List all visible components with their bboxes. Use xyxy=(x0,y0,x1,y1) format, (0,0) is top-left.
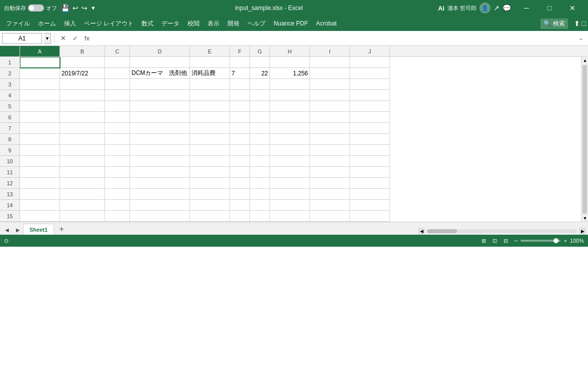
hscroll-right-button[interactable]: ▶ xyxy=(579,228,586,235)
normal-view-button[interactable]: ⊞ xyxy=(479,236,489,245)
cell-e2[interactable]: 消耗品費 xyxy=(190,68,230,79)
col-header-i[interactable]: I xyxy=(310,46,350,56)
sheet-next-button[interactable]: ▶ xyxy=(13,225,23,235)
zoom-plus-button[interactable]: + xyxy=(564,238,566,244)
scroll-up-button[interactable]: ▲ xyxy=(582,57,588,64)
cell-b1[interactable] xyxy=(60,57,105,68)
row-num-10[interactable]: 10 xyxy=(0,156,20,167)
redo-icon[interactable]: ↪ xyxy=(82,4,88,12)
cell-b2[interactable]: 2019/7/22 xyxy=(60,68,105,79)
cell-i3[interactable] xyxy=(310,79,350,90)
col-header-h[interactable]: H xyxy=(270,46,310,56)
cell-d1[interactable] xyxy=(130,57,190,68)
menu-help[interactable]: ヘルプ xyxy=(244,17,270,30)
col-header-d[interactable]: D xyxy=(130,46,190,56)
row-num-11[interactable]: 11 xyxy=(0,167,20,178)
col-header-a[interactable]: A xyxy=(20,46,60,56)
zoom-level[interactable]: 100% xyxy=(570,238,584,244)
avatar-icon[interactable]: 👤 xyxy=(480,2,490,13)
cell-d3[interactable] xyxy=(130,79,190,90)
cell-e3[interactable] xyxy=(190,79,230,90)
hscroll-thumb[interactable] xyxy=(427,229,457,233)
page-break-view-button[interactable]: ⊟ xyxy=(501,236,511,245)
name-box[interactable] xyxy=(2,33,42,44)
zoom-minus-button[interactable]: ─ xyxy=(514,238,518,244)
cell-e1[interactable] xyxy=(190,57,230,68)
row-num-1[interactable]: 1 xyxy=(0,57,20,68)
col-header-g[interactable]: G xyxy=(250,46,270,56)
page-layout-view-button[interactable]: ⊡ xyxy=(490,236,500,245)
menu-insert[interactable]: 挿入 xyxy=(60,17,80,30)
row-num-8[interactable]: 8 xyxy=(0,134,20,145)
row-num-4[interactable]: 4 xyxy=(0,90,20,101)
menu-view[interactable]: 表示 xyxy=(204,17,224,30)
scroll-down-button[interactable]: ▼ xyxy=(582,215,588,222)
col-header-f[interactable]: F xyxy=(230,46,250,56)
col-header-j[interactable]: J xyxy=(350,46,390,56)
comment-btn[interactable]: □ xyxy=(582,19,586,27)
cell-h3[interactable] xyxy=(270,79,310,90)
cell-c1[interactable] xyxy=(105,57,130,68)
cell-b3[interactable] xyxy=(60,79,105,90)
row-num-15[interactable]: 15 xyxy=(0,211,20,222)
add-sheet-button[interactable]: + xyxy=(56,224,67,235)
zoom-slider-thumb[interactable] xyxy=(554,238,558,243)
hscroll-left-button[interactable]: ◀ xyxy=(418,228,425,235)
close-button[interactable]: ✕ xyxy=(561,0,584,16)
vertical-scrollbar[interactable]: ▲ ▼ xyxy=(581,57,588,222)
row-num-7[interactable]: 7 xyxy=(0,123,20,134)
menu-page-layout[interactable]: ページ レイアウト xyxy=(80,17,138,30)
save-icon[interactable]: 💾 xyxy=(61,4,70,12)
comment-icon[interactable]: 💬 xyxy=(502,4,511,12)
sheet-tab-sheet1[interactable]: Sheet1 xyxy=(23,224,54,235)
menu-formula[interactable]: 数式 xyxy=(138,17,158,30)
menu-home[interactable]: ホーム xyxy=(34,17,60,30)
search-box[interactable]: 🔍 検索 xyxy=(540,18,568,29)
scroll-thumb[interactable] xyxy=(582,65,587,214)
cell-j3[interactable] xyxy=(350,79,390,90)
hscroll-track[interactable] xyxy=(427,229,577,233)
col-header-b[interactable]: B xyxy=(60,46,105,56)
zoom-slider[interactable] xyxy=(520,240,560,242)
cell-a3[interactable] xyxy=(20,79,60,90)
row-num-6[interactable]: 6 xyxy=(0,112,20,123)
row-num-5[interactable]: 5 xyxy=(0,101,20,112)
col-header-e[interactable]: E xyxy=(190,46,230,56)
row-num-14[interactable]: 14 xyxy=(0,200,20,211)
confirm-formula-button[interactable]: ✓ xyxy=(70,33,80,44)
row-num-13[interactable]: 13 xyxy=(0,189,20,200)
menu-file[interactable]: ファイル xyxy=(2,17,34,30)
cell-g1[interactable] xyxy=(250,57,270,68)
cell-g2[interactable]: 22 xyxy=(250,68,270,79)
cell-f1[interactable] xyxy=(230,57,250,68)
cell-c3[interactable] xyxy=(105,79,130,90)
col-header-c[interactable]: C xyxy=(105,46,130,56)
menu-nuance[interactable]: Nuance PDF xyxy=(270,18,312,29)
cell-h2[interactable]: 1,256 xyxy=(270,68,310,79)
undo-icon[interactable]: ↩ xyxy=(72,4,78,12)
cell-f2[interactable]: 7 xyxy=(230,68,250,79)
cell-i1[interactable] xyxy=(310,57,350,68)
row-num-12[interactable]: 12 xyxy=(0,178,20,189)
insert-function-button[interactable]: fx xyxy=(82,33,92,44)
cell-a2[interactable] xyxy=(20,68,60,79)
cancel-formula-button[interactable]: ✕ xyxy=(58,33,68,44)
row-num-2[interactable]: 2 xyxy=(0,68,20,79)
menu-acrobat[interactable]: Acrobat xyxy=(312,18,340,29)
cell-j1[interactable] xyxy=(350,57,390,68)
cell-g3[interactable] xyxy=(250,79,270,90)
row-num-9[interactable]: 9 xyxy=(0,145,20,156)
menu-review[interactable]: 校閲 xyxy=(184,17,204,30)
maximize-button[interactable]: □ xyxy=(538,0,561,16)
autosave-toggle[interactable] xyxy=(28,4,44,11)
cell-f3[interactable] xyxy=(230,79,250,90)
cell-a1[interactable] xyxy=(20,57,60,68)
cell-i2[interactable] xyxy=(310,68,350,79)
cell-j2[interactable] xyxy=(350,68,390,79)
share-icon[interactable]: ↗ xyxy=(494,4,500,12)
customize-icon[interactable]: ▼ xyxy=(90,5,96,11)
menu-dev[interactable]: 開発 xyxy=(224,17,244,30)
formula-input[interactable] xyxy=(94,33,573,44)
cell-h1[interactable] xyxy=(270,57,310,68)
share-btn[interactable]: ⬆ xyxy=(574,19,580,27)
